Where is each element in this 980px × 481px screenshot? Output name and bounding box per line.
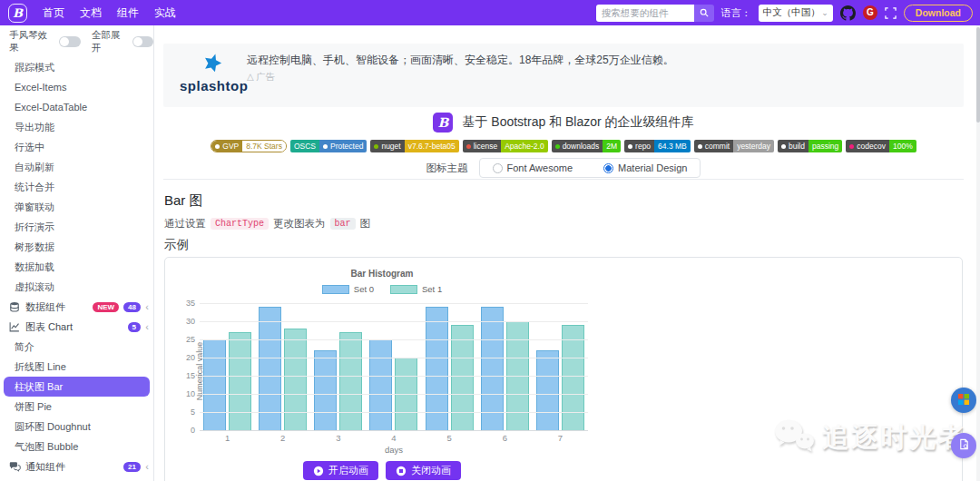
toggle-label: 全部展开 [92, 29, 129, 54]
sidebar-item[interactable]: 树形数据 [0, 237, 153, 257]
sidebar-item[interactable]: 自动刷新 [0, 157, 153, 177]
status-badge-7[interactable]: buildpassing [778, 140, 842, 152]
bar-set1-day7[interactable] [562, 325, 584, 430]
sidebar-item-label: 弹窗联动 [15, 201, 54, 214]
status-badge-6[interactable]: commityesterday [694, 140, 774, 152]
sidebar-item-label: 自动刷新 [15, 161, 54, 174]
nav-item-1[interactable]: 文档 [80, 5, 102, 21]
ad-text[interactable]: 远程控制电脑、手机、智能设备；画面清晰、安全稳定。18年品牌，全球25万企业信赖… [247, 53, 674, 68]
toggle-switch-0[interactable] [59, 36, 80, 47]
sidebar-item-label: 行选中 [15, 141, 44, 154]
status-badge-0[interactable]: GVP8.7K Stars [211, 140, 287, 152]
chevron-down-icon: ⌄ [821, 8, 828, 17]
sidebar-item[interactable]: 通知组件21‹ [0, 456, 153, 476]
legend-label: Set 1 [422, 284, 442, 294]
status-badge-5[interactable]: repo64.3 MB [624, 140, 691, 152]
y-tick: 10 [186, 389, 195, 398]
search-button[interactable] [694, 5, 714, 22]
ad-banner[interactable]: splashtop 远程控制电脑、手机、智能设备；画面清晰、安全稳定。18年品牌… [163, 44, 964, 107]
radio-option-material-design[interactable]: Material Design [603, 162, 687, 173]
sidebar-item[interactable]: 折线图 Line [0, 357, 153, 377]
x-tick: 7 [533, 433, 588, 443]
sidebar-item[interactable]: 导出功能 [0, 117, 153, 137]
theme-switcher-button[interactable] [951, 388, 976, 413]
sidebar-item[interactable]: 折行演示 [0, 217, 153, 237]
status-badge-8[interactable]: codecov100% [846, 140, 916, 152]
status-badge-3[interactable]: licenseApache-2.0 [463, 140, 548, 152]
toggle-switch-1[interactable] [132, 36, 153, 47]
status-badge-1[interactable]: OSCSProtected [290, 140, 367, 152]
badge-icon [466, 144, 471, 149]
sidebar-item[interactable]: 统计合并 [0, 177, 153, 197]
sidebar-item[interactable]: Excel-Items [0, 77, 153, 97]
radio-checked-icon[interactable] [603, 163, 613, 173]
search-box [596, 5, 714, 22]
bar-group [200, 303, 255, 430]
sidebar-item[interactable]: 柱状图 Bar [4, 377, 150, 397]
page-scrollbar[interactable] [976, 25, 980, 481]
gridline [200, 303, 588, 304]
legend-item[interactable]: Set 0 [322, 284, 374, 294]
bar-set0-day7[interactable] [536, 350, 559, 430]
bar-set0-day4[interactable] [369, 339, 392, 430]
bar-set1-day1[interactable] [229, 332, 251, 430]
start-animation-button[interactable]: 开启动画 [303, 461, 378, 480]
language-label: 语言： [721, 6, 751, 20]
radio-label: Material Design [618, 162, 687, 173]
download-button[interactable]: Download [904, 5, 973, 22]
sidebar-item[interactable]: 跟踪模式 [0, 57, 153, 77]
stop-animation-button[interactable]: 关闭动画 [386, 461, 461, 480]
main-content: splashtop 远程控制电脑、手机、智能设备；画面清晰、安全稳定。18年品牌… [155, 25, 980, 481]
legend-swatch [322, 285, 349, 294]
brand-logo[interactable]: B [8, 4, 27, 23]
bar-set0-day1[interactable] [203, 339, 226, 430]
badge-icon [215, 144, 220, 149]
bar-set1-day3[interactable] [339, 332, 362, 430]
source-code-button[interactable] [951, 433, 976, 458]
github-icon[interactable] [840, 5, 856, 21]
language-select[interactable]: 中文（中国） ⌄ [759, 5, 833, 22]
sidebar-item-label: 数据加载 [15, 260, 54, 274]
sidebar-item[interactable]: 数据加载 [0, 257, 153, 277]
status-badge-2[interactable]: nugetv7.6.7-beta05 [370, 140, 458, 152]
legend-item[interactable]: Set 1 [390, 284, 442, 294]
nav-item-0[interactable]: 首页 [43, 5, 64, 21]
sidebar-item[interactable]: 虚拟滚动 [0, 277, 153, 297]
sidebar-item[interactable]: 饼图 Pie [0, 397, 153, 417]
bar-set1-day2[interactable] [284, 329, 307, 430]
x-axis-ticks: 1234567 [200, 433, 588, 443]
nav-item-3[interactable]: 实战 [154, 5, 176, 21]
sidebar-item[interactable]: Excel-DataTable [0, 97, 153, 117]
badge-segment: repo [624, 140, 654, 152]
hero-header: B 基于 Bootstrap 和 Blazor 的企业级组件库 [163, 113, 964, 133]
badge-segment: 8.7K Stars [242, 141, 286, 152]
sidebar-item-label: 折行演示 [15, 221, 54, 234]
scrollbar-thumb[interactable] [976, 27, 980, 123]
badge-segment: GVP [211, 141, 242, 152]
gridline [200, 412, 588, 413]
radio-option-font-awesome[interactable]: Font Awesome [493, 162, 573, 173]
sidebar-item[interactable]: 弹窗联动 [0, 197, 153, 217]
sidebar-item[interactable]: 行选中 [0, 137, 153, 157]
sidebar-item[interactable]: 圆环图 Doughnut [0, 417, 153, 437]
status-badge-4[interactable]: downloads2M [552, 140, 621, 152]
nav-item-2[interactable]: 组件 [117, 5, 139, 21]
chart-title: Bar Histogram [169, 269, 595, 279]
sidebar-item[interactable]: 简介 [0, 337, 153, 357]
sidebar-item[interactable]: 图表 Chart5‹ [0, 317, 153, 337]
search-input[interactable] [596, 5, 694, 22]
gridline [200, 376, 588, 377]
sidebar-item[interactable]: 气泡图 Bubble [0, 437, 153, 456]
bar-set0-day3[interactable] [314, 350, 337, 430]
splashtop-logo[interactable]: splashtop [180, 53, 245, 93]
sidebar-item[interactable]: 数据组件NEW48‹ [0, 297, 153, 317]
badge-icon [698, 144, 702, 149]
page-description: 通过设置 ChartType 更改图表为 bar 图 [164, 217, 370, 231]
sidebar-item[interactable]: 语音组件3‹ [0, 476, 153, 481]
radio-unchecked-icon[interactable] [493, 163, 503, 173]
bar-set1-day5[interactable] [451, 325, 474, 430]
bar-group [255, 303, 310, 430]
fullscreen-icon[interactable] [885, 7, 897, 19]
example-title: 示例 [164, 237, 189, 253]
gitee-icon[interactable]: G [863, 5, 877, 20]
